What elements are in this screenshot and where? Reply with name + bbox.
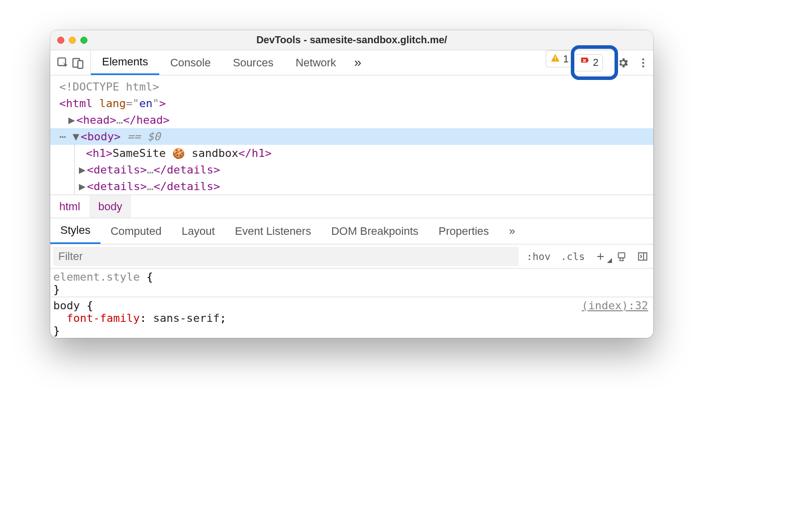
issues-count: 2 — [593, 57, 598, 68]
warning-icon — [550, 53, 560, 65]
svg-rect-8 — [619, 252, 625, 257]
crumb-body[interactable]: body — [89, 195, 132, 218]
toggle-sidebar-button[interactable] — [632, 251, 653, 262]
more-tabs-button[interactable]: » — [347, 50, 368, 75]
subtab-event-listeners[interactable]: Event Listeners — [225, 218, 322, 244]
styles-filter-input[interactable] — [53, 247, 519, 266]
tab-elements[interactable]: Elements — [91, 50, 159, 75]
subtab-properties[interactable]: Properties — [429, 218, 499, 244]
settings-button[interactable] — [613, 50, 633, 75]
subtab-more[interactable]: » — [499, 218, 525, 244]
breadcrumb: html body — [50, 195, 653, 218]
subtab-computed[interactable]: Computed — [100, 218, 172, 244]
dom-head[interactable]: ▶<head>…</head> — [59, 112, 653, 128]
cls-toggle[interactable]: .cls — [556, 250, 590, 263]
dom-doctype[interactable]: <!DOCTYPE html> — [59, 78, 653, 95]
rule-source-link[interactable]: (index):32 — [582, 299, 648, 312]
styles-pane: element.style { } (index):32 body { font… — [50, 268, 653, 338]
dom-html-open[interactable]: <html lang="en"> — [59, 95, 653, 112]
toggle-common-palette-button[interactable] — [611, 251, 632, 262]
expand-arrow-icon[interactable]: ▶ — [79, 178, 87, 195]
tab-network[interactable]: Network — [284, 50, 347, 75]
panel-tabs: Elements Console Sources Network — [91, 50, 347, 75]
expand-arrow-icon[interactable]: ▶ — [68, 112, 76, 128]
inspect-element-icon[interactable] — [56, 56, 69, 69]
svg-point-6 — [642, 62, 644, 64]
dom-body-selected[interactable]: ⋯ ▼<body> == $0 — [50, 128, 653, 145]
cookie-emoji-icon: 🍪 — [172, 147, 185, 159]
rule-element-style[interactable]: element.style { } — [50, 268, 653, 297]
subtab-layout[interactable]: Layout — [171, 218, 225, 244]
collapse-arrow-icon[interactable]: ▼ — [73, 128, 81, 145]
expand-arrow-icon[interactable]: ▶ — [79, 161, 87, 178]
styles-filter-row: :hov .cls — [50, 244, 653, 268]
tab-console[interactable]: Console — [159, 50, 222, 75]
rule-body[interactable]: (index):32 body { font-family: sans-seri… — [50, 297, 653, 338]
warnings-counter[interactable]: 1 — [546, 50, 571, 67]
svg-point-5 — [642, 58, 644, 60]
devtools-window: DevTools - samesite-sandbox.glitch.me/ E… — [50, 30, 653, 338]
main-toolbar: Elements Console Sources Network » 1 2 — [50, 50, 653, 75]
error-flag-icon — [580, 56, 590, 69]
device-toggle-icon[interactable] — [71, 56, 84, 69]
issues-highlight: 2 — [576, 50, 613, 75]
svg-rect-4 — [555, 60, 556, 61]
window-title: DevTools - samesite-sandbox.glitch.me/ — [50, 34, 653, 46]
subtab-styles[interactable]: Styles — [50, 218, 100, 244]
subtab-dom-breakpoints[interactable]: DOM Breakpoints — [321, 218, 429, 244]
new-style-rule-button[interactable] — [590, 251, 611, 262]
warnings-count: 1 — [563, 53, 569, 65]
dom-details-2[interactable]: ▶<details>…</details> — [79, 178, 653, 195]
dom-details-1[interactable]: ▶<details>…</details> — [79, 161, 653, 178]
crumb-html[interactable]: html — [50, 195, 89, 218]
dom-tree[interactable]: <!DOCTYPE html> <html lang="en"> ▶<head>… — [50, 75, 653, 195]
svg-rect-9 — [639, 252, 647, 260]
tab-sources[interactable]: Sources — [222, 50, 284, 75]
svg-point-7 — [642, 65, 644, 67]
hov-toggle[interactable]: :hov — [522, 250, 556, 263]
kebab-menu-button[interactable] — [633, 50, 653, 75]
svg-rect-3 — [555, 56, 556, 59]
styles-subtabs: Styles Computed Layout Event Listeners D… — [50, 218, 653, 244]
dom-h1[interactable]: <h1>SameSite 🍪 sandbox</h1> — [79, 145, 653, 161]
titlebar: DevTools - samesite-sandbox.glitch.me/ — [50, 30, 653, 50]
svg-rect-2 — [78, 60, 83, 68]
issues-counter[interactable]: 2 — [576, 54, 603, 71]
